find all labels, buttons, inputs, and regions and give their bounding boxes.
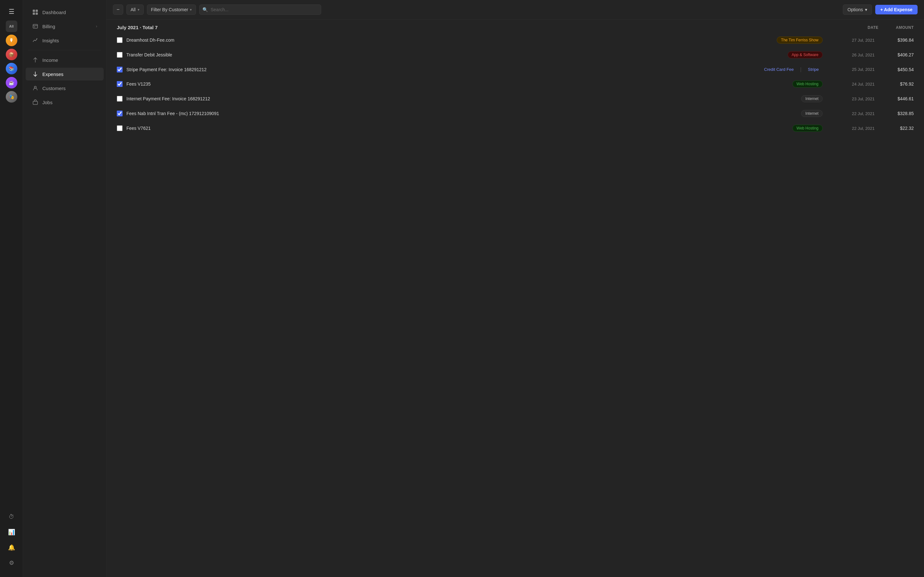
icon-rail: ☰ All 🎙 📦 📚 ☕ 🎭 ⏱ 📊 🔔 ⚙ <box>0 0 23 577</box>
avatar-1[interactable]: 🎙 <box>6 35 17 46</box>
income-icon <box>32 57 39 63</box>
search-icon: 🔍 <box>202 7 208 12</box>
tag-web-hosting-1[interactable]: Web Hosting <box>792 81 822 87</box>
sidebar-label-jobs: Jobs <box>42 100 53 105</box>
table-row[interactable]: Stripe Payment Fee: Invoice 168291212 Cr… <box>113 62 918 77</box>
tags-wrap-4: Web Hosting <box>792 81 822 87</box>
tags-wrap-2: App & Software <box>788 51 822 58</box>
insights-icon <box>32 37 39 44</box>
row-checkbox-4[interactable] <box>117 81 123 87</box>
sidebar-item-dashboard[interactable]: Dashboard <box>26 6 103 19</box>
row-date-3: 25 Jul, 2021 <box>827 67 875 72</box>
sidebar-label-customers: Customers <box>42 85 66 91</box>
sidebar-item-expenses[interactable]: Expenses <box>26 68 103 81</box>
row-checkbox-1[interactable] <box>117 37 123 43</box>
expenses-icon <box>32 71 39 77</box>
row-date-7: 22 Jul, 2021 <box>827 126 875 131</box>
row-amount-2: $406.27 <box>879 52 914 57</box>
row-checkbox-5[interactable] <box>117 96 123 102</box>
tags-wrap-1: The Tim Ferriss Show <box>777 37 822 44</box>
group-header: July 2021 · Total 7 DATE AMOUNT <box>113 19 918 33</box>
svg-point-10 <box>34 86 36 88</box>
svg-rect-1 <box>36 10 38 12</box>
sidebar-item-customers[interactable]: Customers <box>26 82 103 95</box>
tag-internet-2[interactable]: Internet <box>801 110 822 117</box>
all-filter-chevron: ▾ <box>137 8 140 12</box>
tag-internet-1[interactable]: Internet <box>801 95 822 102</box>
tag-stripe[interactable]: Stripe <box>804 66 822 73</box>
row-name-7: Fees V7621 <box>126 126 788 131</box>
svg-point-7 <box>37 39 37 39</box>
row-date-6: 22 Jul, 2021 <box>827 111 875 116</box>
menu-icon[interactable]: ☰ <box>5 5 18 18</box>
chart-square-icon[interactable]: 📊 <box>5 526 18 538</box>
sidebar-divider <box>28 50 101 50</box>
avatar-2[interactable]: 📦 <box>6 49 17 60</box>
row-name-5: Internet Payment Fee: Invoice 168291212 <box>126 96 797 101</box>
tags-wrap-7: Web Hosting <box>792 125 822 132</box>
tag-web-hosting-2[interactable]: Web Hosting <box>792 125 822 132</box>
row-checkbox-2[interactable] <box>117 52 123 58</box>
grid-icon <box>32 9 39 15</box>
billing-arrow: › <box>96 24 97 29</box>
gear-icon[interactable]: ⚙ <box>5 556 18 569</box>
all-badge[interactable]: All <box>6 21 17 32</box>
row-name-6: Fees Nab Intnl Tran Fee - (mc) 172912109… <box>126 111 797 116</box>
table-row[interactable]: Fees V7621 Web Hosting 22 Jul, 2021 $22.… <box>113 121 918 135</box>
row-checkbox-3[interactable] <box>117 67 123 73</box>
row-date-4: 24 Jul, 2021 <box>827 82 875 87</box>
rail-top: ☰ All 🎙 📦 📚 ☕ 🎭 <box>5 5 18 508</box>
group-title: July 2021 · Total 7 <box>117 25 830 30</box>
sidebar-label-expenses: Expenses <box>42 71 63 77</box>
table-row[interactable]: Dreamhost Dh-Fee.com The Tim Ferriss Sho… <box>113 33 918 47</box>
search-input[interactable] <box>199 5 321 15</box>
customer-filter-button[interactable]: Filter By Customer ▾ <box>147 5 196 15</box>
table-row[interactable]: Internet Payment Fee: Invoice 168291212 … <box>113 91 918 106</box>
billing-icon <box>32 23 39 29</box>
rail-bottom: ⏱ 📊 🔔 ⚙ <box>5 510 18 572</box>
all-filter-button[interactable]: All ▾ <box>126 5 144 15</box>
svg-rect-6 <box>34 27 35 27</box>
svg-rect-4 <box>33 24 37 28</box>
row-date-2: 26 Jul, 2021 <box>827 53 875 57</box>
sidebar-item-billing[interactable]: Billing › <box>26 20 103 33</box>
options-button[interactable]: Options ▾ <box>843 5 872 15</box>
sidebar-label-income: Income <box>42 57 58 63</box>
options-chevron: ▾ <box>865 7 867 12</box>
row-amount-6: $328.85 <box>879 111 914 116</box>
avatar-5[interactable]: 🎭 <box>6 91 17 103</box>
minus-button[interactable]: − <box>113 5 123 15</box>
tag-credit-card-fee[interactable]: Credit Card Fee <box>760 66 797 73</box>
search-wrap: 🔍 <box>199 5 321 15</box>
svg-rect-3 <box>36 13 38 15</box>
avatar-4[interactable]: ☕ <box>6 77 17 89</box>
sidebar-item-income[interactable]: Income <box>26 53 103 66</box>
tag-tim-ferriss[interactable]: The Tim Ferriss Show <box>777 37 822 44</box>
all-filter-label: All <box>131 7 136 12</box>
sidebar-label-billing: Billing <box>42 24 55 29</box>
tag-app-software[interactable]: App & Software <box>788 51 822 58</box>
add-expense-button[interactable]: + Add Expense <box>875 5 918 15</box>
table-row[interactable]: Transfer Debit Jessible App & Software 2… <box>113 47 918 62</box>
row-checkbox-6[interactable] <box>117 111 123 116</box>
table-row[interactable]: Fees V1235 Web Hosting 24 Jul, 2021 $76.… <box>113 77 918 91</box>
sidebar-label-insights: Insights <box>42 38 59 43</box>
svg-rect-0 <box>33 10 35 12</box>
bell-icon[interactable]: 🔔 <box>5 541 18 554</box>
customer-filter-label: Filter By Customer <box>151 7 188 12</box>
row-amount-7: $22.32 <box>879 126 914 131</box>
add-expense-label: + Add Expense <box>880 7 913 12</box>
row-amount-4: $76.92 <box>879 81 914 87</box>
date-column-header: DATE <box>830 25 879 30</box>
amount-column-header: AMOUNT <box>879 25 914 30</box>
toolbar: − All ▾ Filter By Customer ▾ 🔍 Options ▾… <box>107 0 924 19</box>
row-checkbox-7[interactable] <box>117 125 123 131</box>
sidebar-item-insights[interactable]: Insights <box>26 34 103 47</box>
avatar-3[interactable]: 📚 <box>6 63 17 74</box>
timer-icon[interactable]: ⏱ <box>5 510 18 523</box>
tags-wrap-5: Internet <box>801 95 822 102</box>
main-content: − All ▾ Filter By Customer ▾ 🔍 Options ▾… <box>107 0 924 577</box>
sidebar-item-jobs[interactable]: Jobs <box>26 96 103 109</box>
table-row[interactable]: Fees Nab Intnl Tran Fee - (mc) 172912109… <box>113 106 918 121</box>
expenses-table: July 2021 · Total 7 DATE AMOUNT Dreamhos… <box>107 19 924 577</box>
